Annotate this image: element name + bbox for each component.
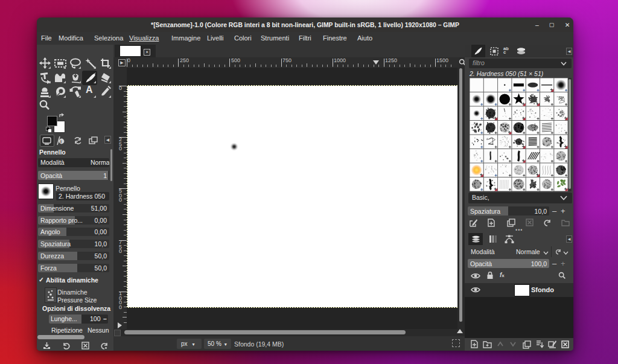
svg-text:i: i [60,139,62,144]
